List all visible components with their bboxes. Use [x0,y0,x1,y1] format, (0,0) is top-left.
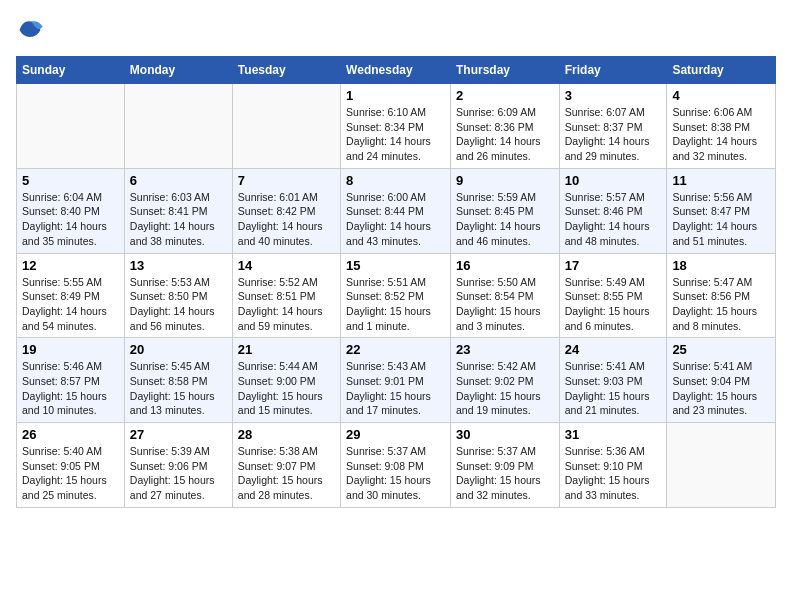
day-info: Sunrise: 5:36 AM Sunset: 9:10 PM Dayligh… [565,444,662,503]
day-number: 30 [456,427,554,442]
calendar-cell: 3Sunrise: 6:07 AM Sunset: 8:37 PM Daylig… [559,84,667,169]
day-info: Sunrise: 5:40 AM Sunset: 9:05 PM Dayligh… [22,444,119,503]
day-header-monday: Monday [124,57,232,84]
day-info: Sunrise: 5:53 AM Sunset: 8:50 PM Dayligh… [130,275,227,334]
calendar-cell: 10Sunrise: 5:57 AM Sunset: 8:46 PM Dayli… [559,168,667,253]
logo [16,16,48,44]
day-number: 23 [456,342,554,357]
day-info: Sunrise: 5:59 AM Sunset: 8:45 PM Dayligh… [456,190,554,249]
day-number: 13 [130,258,227,273]
calendar-cell: 1Sunrise: 6:10 AM Sunset: 8:34 PM Daylig… [341,84,451,169]
day-number: 6 [130,173,227,188]
calendar-cell: 14Sunrise: 5:52 AM Sunset: 8:51 PM Dayli… [232,253,340,338]
day-number: 12 [22,258,119,273]
calendar-cell: 18Sunrise: 5:47 AM Sunset: 8:56 PM Dayli… [667,253,776,338]
day-number: 26 [22,427,119,442]
calendar-cell: 24Sunrise: 5:41 AM Sunset: 9:03 PM Dayli… [559,338,667,423]
day-number: 17 [565,258,662,273]
day-info: Sunrise: 5:57 AM Sunset: 8:46 PM Dayligh… [565,190,662,249]
day-info: Sunrise: 5:56 AM Sunset: 8:47 PM Dayligh… [672,190,770,249]
calendar-cell: 7Sunrise: 6:01 AM Sunset: 8:42 PM Daylig… [232,168,340,253]
day-number: 18 [672,258,770,273]
day-header-friday: Friday [559,57,667,84]
calendar-cell [232,84,340,169]
calendar-cell [124,84,232,169]
day-info: Sunrise: 5:52 AM Sunset: 8:51 PM Dayligh… [238,275,335,334]
day-info: Sunrise: 5:42 AM Sunset: 9:02 PM Dayligh… [456,359,554,418]
calendar-cell: 17Sunrise: 5:49 AM Sunset: 8:55 PM Dayli… [559,253,667,338]
day-info: Sunrise: 5:37 AM Sunset: 9:09 PM Dayligh… [456,444,554,503]
calendar-cell [667,423,776,508]
day-number: 1 [346,88,445,103]
day-info: Sunrise: 5:37 AM Sunset: 9:08 PM Dayligh… [346,444,445,503]
calendar-cell: 28Sunrise: 5:38 AM Sunset: 9:07 PM Dayli… [232,423,340,508]
day-header-saturday: Saturday [667,57,776,84]
day-info: Sunrise: 5:51 AM Sunset: 8:52 PM Dayligh… [346,275,445,334]
day-info: Sunrise: 6:10 AM Sunset: 8:34 PM Dayligh… [346,105,445,164]
day-info: Sunrise: 6:06 AM Sunset: 8:38 PM Dayligh… [672,105,770,164]
day-number: 28 [238,427,335,442]
day-number: 3 [565,88,662,103]
day-number: 31 [565,427,662,442]
day-info: Sunrise: 5:44 AM Sunset: 9:00 PM Dayligh… [238,359,335,418]
calendar-cell: 16Sunrise: 5:50 AM Sunset: 8:54 PM Dayli… [450,253,559,338]
day-number: 9 [456,173,554,188]
day-info: Sunrise: 5:49 AM Sunset: 8:55 PM Dayligh… [565,275,662,334]
day-info: Sunrise: 5:55 AM Sunset: 8:49 PM Dayligh… [22,275,119,334]
day-info: Sunrise: 5:45 AM Sunset: 8:58 PM Dayligh… [130,359,227,418]
calendar-cell: 2Sunrise: 6:09 AM Sunset: 8:36 PM Daylig… [450,84,559,169]
logo-icon [16,16,44,44]
calendar-cell: 25Sunrise: 5:41 AM Sunset: 9:04 PM Dayli… [667,338,776,423]
day-number: 15 [346,258,445,273]
day-number: 25 [672,342,770,357]
calendar-table: SundayMondayTuesdayWednesdayThursdayFrid… [16,56,776,508]
week-row-4: 19Sunrise: 5:46 AM Sunset: 8:57 PM Dayli… [17,338,776,423]
calendar-cell: 29Sunrise: 5:37 AM Sunset: 9:08 PM Dayli… [341,423,451,508]
calendar-cell: 12Sunrise: 5:55 AM Sunset: 8:49 PM Dayli… [17,253,125,338]
day-number: 27 [130,427,227,442]
day-info: Sunrise: 6:01 AM Sunset: 8:42 PM Dayligh… [238,190,335,249]
calendar-cell: 15Sunrise: 5:51 AM Sunset: 8:52 PM Dayli… [341,253,451,338]
week-row-3: 12Sunrise: 5:55 AM Sunset: 8:49 PM Dayli… [17,253,776,338]
day-number: 29 [346,427,445,442]
day-number: 5 [22,173,119,188]
day-info: Sunrise: 5:39 AM Sunset: 9:06 PM Dayligh… [130,444,227,503]
calendar-cell: 30Sunrise: 5:37 AM Sunset: 9:09 PM Dayli… [450,423,559,508]
calendar-cell: 4Sunrise: 6:06 AM Sunset: 8:38 PM Daylig… [667,84,776,169]
day-header-thursday: Thursday [450,57,559,84]
calendar-cell: 19Sunrise: 5:46 AM Sunset: 8:57 PM Dayli… [17,338,125,423]
calendar-cell: 11Sunrise: 5:56 AM Sunset: 8:47 PM Dayli… [667,168,776,253]
day-header-wednesday: Wednesday [341,57,451,84]
day-number: 7 [238,173,335,188]
calendar-cell: 13Sunrise: 5:53 AM Sunset: 8:50 PM Dayli… [124,253,232,338]
calendar-cell: 9Sunrise: 5:59 AM Sunset: 8:45 PM Daylig… [450,168,559,253]
calendar-cell: 20Sunrise: 5:45 AM Sunset: 8:58 PM Dayli… [124,338,232,423]
calendar-cell: 8Sunrise: 6:00 AM Sunset: 8:44 PM Daylig… [341,168,451,253]
day-info: Sunrise: 6:07 AM Sunset: 8:37 PM Dayligh… [565,105,662,164]
day-number: 21 [238,342,335,357]
calendar-cell: 31Sunrise: 5:36 AM Sunset: 9:10 PM Dayli… [559,423,667,508]
day-number: 20 [130,342,227,357]
day-header-tuesday: Tuesday [232,57,340,84]
day-info: Sunrise: 5:50 AM Sunset: 8:54 PM Dayligh… [456,275,554,334]
day-number: 14 [238,258,335,273]
day-header-sunday: Sunday [17,57,125,84]
day-info: Sunrise: 6:00 AM Sunset: 8:44 PM Dayligh… [346,190,445,249]
header-row: SundayMondayTuesdayWednesdayThursdayFrid… [17,57,776,84]
calendar-cell: 6Sunrise: 6:03 AM Sunset: 8:41 PM Daylig… [124,168,232,253]
day-number: 8 [346,173,445,188]
calendar-cell: 26Sunrise: 5:40 AM Sunset: 9:05 PM Dayli… [17,423,125,508]
calendar-cell: 5Sunrise: 6:04 AM Sunset: 8:40 PM Daylig… [17,168,125,253]
week-row-5: 26Sunrise: 5:40 AM Sunset: 9:05 PM Dayli… [17,423,776,508]
day-info: Sunrise: 6:09 AM Sunset: 8:36 PM Dayligh… [456,105,554,164]
day-info: Sunrise: 5:38 AM Sunset: 9:07 PM Dayligh… [238,444,335,503]
week-row-2: 5Sunrise: 6:04 AM Sunset: 8:40 PM Daylig… [17,168,776,253]
day-info: Sunrise: 5:46 AM Sunset: 8:57 PM Dayligh… [22,359,119,418]
day-number: 11 [672,173,770,188]
day-number: 19 [22,342,119,357]
day-number: 24 [565,342,662,357]
day-info: Sunrise: 6:04 AM Sunset: 8:40 PM Dayligh… [22,190,119,249]
day-number: 16 [456,258,554,273]
day-info: Sunrise: 5:41 AM Sunset: 9:03 PM Dayligh… [565,359,662,418]
day-number: 4 [672,88,770,103]
